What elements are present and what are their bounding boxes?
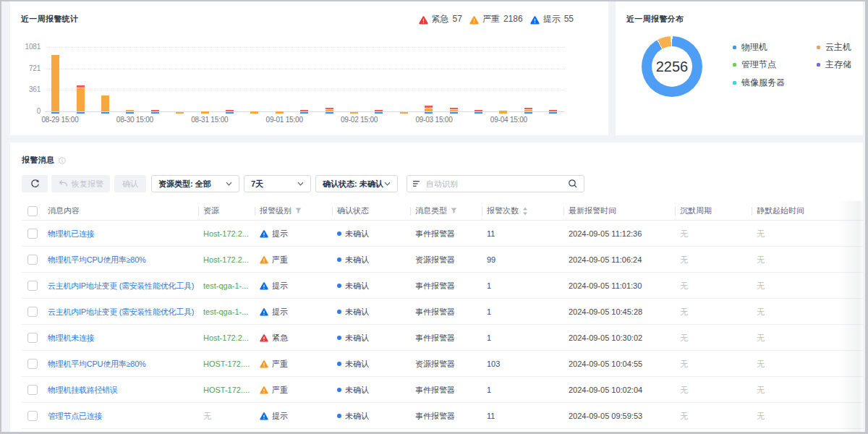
message-link[interactable]: 物理机已连接 bbox=[48, 229, 95, 239]
resource-link[interactable]: Host-172.2... bbox=[203, 255, 249, 264]
message-link[interactable]: 云主机内IP地址变更 (需安装性能优化工具) bbox=[48, 281, 194, 292]
distribution-legend-item[interactable]: 管理节点 bbox=[733, 60, 776, 70]
bar-segment bbox=[300, 112, 308, 114]
bar-segment bbox=[101, 95, 109, 111]
alarm-time: 2024-09-05 10:04:55 bbox=[563, 359, 675, 368]
alarm-time: 2024-09-05 10:45:28 bbox=[563, 307, 675, 316]
level-label: 严重 bbox=[272, 385, 288, 396]
resource-link[interactable]: test-qga-1-... bbox=[203, 307, 248, 316]
search-icon[interactable] bbox=[568, 179, 578, 189]
bar-stack bbox=[300, 110, 308, 114]
column-divider bbox=[482, 207, 482, 216]
message-link[interactable]: 物理机未连接 bbox=[48, 333, 95, 344]
bar-segment bbox=[77, 85, 85, 88]
table-row: 物理机平均CPU使用率≥80%HOST-172.... 严重未确认资源报警器10… bbox=[10, 351, 863, 377]
warning-triangle-icon bbox=[260, 360, 268, 368]
alarm-count: 11 bbox=[482, 229, 563, 238]
select-all-checkbox[interactable] bbox=[27, 206, 38, 216]
row-checkbox[interactable] bbox=[27, 385, 38, 395]
column-header-4[interactable]: 消息类型 bbox=[410, 205, 482, 216]
row-checkbox[interactable] bbox=[27, 255, 38, 265]
bar-segment bbox=[101, 112, 109, 114]
message-link[interactable]: 物理机平均CPU使用率≥80% bbox=[48, 359, 146, 370]
silence-period: 无 bbox=[675, 255, 752, 265]
distribution-legend-item[interactable]: 物理机 bbox=[733, 42, 767, 52]
distribution-legend-item[interactable]: 主存储 bbox=[817, 60, 851, 70]
alarm-count: 1 bbox=[482, 386, 563, 394]
search-input[interactable] bbox=[426, 179, 563, 188]
info-icon[interactable] bbox=[59, 157, 66, 164]
legend-swatch bbox=[733, 46, 736, 49]
resource-type-value: 资源类型: 全部 bbox=[158, 179, 211, 190]
x-axis-tick: 08-29 15:00 bbox=[41, 116, 78, 124]
bar-segment bbox=[450, 112, 458, 114]
alarm-time: 2024-09-05 11:06:24 bbox=[563, 255, 675, 264]
auto-detect-icon bbox=[413, 180, 421, 187]
column-header-2[interactable]: 报警级别 bbox=[255, 205, 332, 216]
column-label: 报警级别 bbox=[260, 205, 292, 216]
resource-link[interactable]: HOST-172.... bbox=[203, 359, 250, 368]
alarm-bar-chart: 0361721108108-29 15:0008-30 15:0008-31 1… bbox=[10, 1, 608, 135]
silence-start: 无 bbox=[752, 411, 863, 422]
confirm-button[interactable]: 确认 bbox=[114, 175, 146, 192]
status-label: 未确认 bbox=[345, 359, 369, 370]
alarm-table: 消息内容资源报警级别确认状态消息类型报警次数最新报警时间沉默周期静默起始时间 物… bbox=[10, 201, 863, 429]
bar-stack bbox=[350, 112, 358, 114]
confirm-status-value: 确认状态: 未确认 bbox=[323, 179, 383, 190]
x-axis-tick: 09-04 15:00 bbox=[490, 116, 527, 124]
resource-type-select[interactable]: 资源类型: 全部 bbox=[151, 175, 239, 192]
resource-link[interactable]: Host-172.2... bbox=[203, 229, 249, 238]
message-link[interactable]: 物理机挂载路径错误 bbox=[48, 385, 118, 396]
table-row: 云主机内IP地址变更 (需安装性能优化工具)test-qga-1-... 提示未… bbox=[10, 273, 863, 299]
chevron-down-icon bbox=[297, 182, 304, 186]
bar-stack bbox=[276, 111, 284, 114]
bar-segment bbox=[126, 112, 134, 114]
row-checkbox[interactable] bbox=[27, 411, 38, 421]
bar-stack bbox=[400, 112, 408, 114]
filter-icon[interactable] bbox=[295, 208, 302, 214]
status-label: 未确认 bbox=[345, 307, 369, 318]
alarm-messages-card: 报警消息 恢复报警 确认 资源类型: 全部 bbox=[10, 142, 863, 434]
row-checkbox[interactable] bbox=[27, 333, 38, 343]
bar-segment bbox=[524, 110, 532, 111]
restore-alarm-button[interactable]: 恢复报警 bbox=[51, 175, 110, 192]
column-header-5[interactable]: 报警次数 bbox=[482, 205, 563, 216]
legend-label: 云主机 bbox=[825, 41, 851, 54]
message-link[interactable]: 管理节点已连接 bbox=[48, 411, 102, 422]
bar-segment bbox=[425, 112, 433, 114]
column-header-0: 消息内容 bbox=[47, 205, 198, 216]
row-checkbox[interactable] bbox=[27, 359, 38, 369]
level-label: 提示 bbox=[272, 281, 288, 292]
alarm-count: 103 bbox=[482, 359, 563, 368]
level-label: 紧急 bbox=[272, 333, 288, 344]
resource-link[interactable]: Host-172.2... bbox=[203, 333, 249, 342]
resource-link[interactable]: test-qga-1-... bbox=[203, 281, 248, 290]
distribution-legend-item[interactable]: 镜像服务器 bbox=[733, 78, 785, 88]
column-label: 资源 bbox=[203, 205, 219, 216]
message-type: 事件报警器 bbox=[410, 411, 482, 422]
message-link[interactable]: 物理机平均CPU使用率≥80% bbox=[48, 255, 146, 265]
sort-icon[interactable] bbox=[522, 207, 528, 216]
message-link[interactable]: 云主机内IP地址变更 (需安装性能优化工具) bbox=[48, 307, 194, 318]
bar-segment bbox=[425, 109, 433, 111]
status-label: 未确认 bbox=[345, 229, 369, 239]
row-checkbox[interactable] bbox=[27, 281, 38, 291]
silence-period: 无 bbox=[675, 307, 752, 318]
silence-period: 无 bbox=[675, 333, 752, 344]
legend-swatch bbox=[733, 63, 736, 67]
bar-segment bbox=[250, 111, 258, 114]
distribution-legend-item[interactable]: 云主机 bbox=[817, 42, 851, 52]
resource-link[interactable]: HOST-172.... bbox=[203, 386, 250, 394]
filter-icon[interactable] bbox=[451, 208, 457, 214]
confirm-status-select[interactable]: 确认状态: 未确认 bbox=[315, 175, 398, 192]
table-row: 物理机平均CPU使用率≥80%Host-172.2... 严重未确认资源报警器9… bbox=[10, 247, 863, 273]
column-divider bbox=[332, 207, 333, 216]
bar-segment bbox=[326, 112, 333, 114]
messages-toolbar: 恢复报警 确认 资源类型: 全部 7天 确认状态: 未确认 bbox=[22, 175, 584, 192]
alarm-count: 99 bbox=[482, 255, 563, 264]
search-box bbox=[407, 175, 584, 192]
row-checkbox[interactable] bbox=[27, 229, 38, 239]
time-range-select[interactable]: 7天 bbox=[244, 175, 311, 192]
refresh-button[interactable] bbox=[22, 175, 48, 192]
row-checkbox[interactable] bbox=[27, 307, 38, 317]
